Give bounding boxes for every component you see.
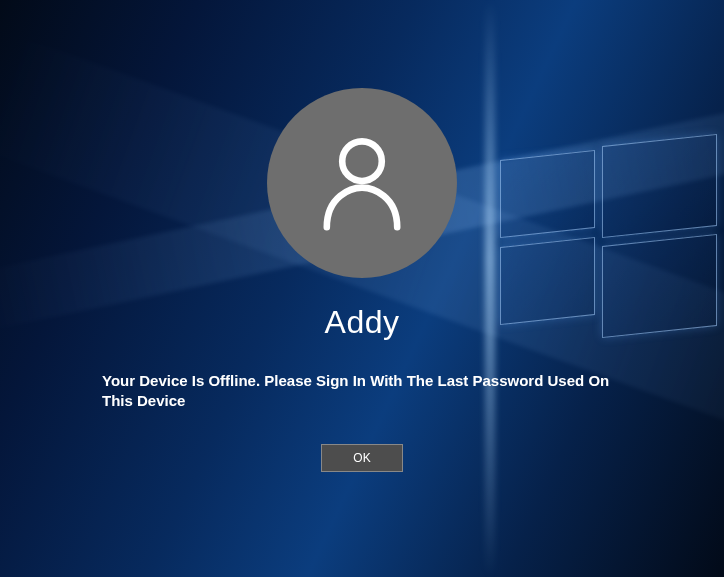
ok-button[interactable]: OK	[321, 444, 403, 472]
lock-screen: Addy Your Device Is Offline. Please Sign…	[0, 0, 724, 577]
svg-point-0	[342, 141, 382, 181]
user-icon	[307, 126, 417, 240]
login-panel: Addy Your Device Is Offline. Please Sign…	[0, 0, 724, 577]
ok-button-label: OK	[353, 451, 370, 465]
offline-status-message: Your Device Is Offline. Please Sign In W…	[102, 371, 622, 412]
username-label: Addy	[325, 304, 400, 341]
avatar	[267, 88, 457, 278]
